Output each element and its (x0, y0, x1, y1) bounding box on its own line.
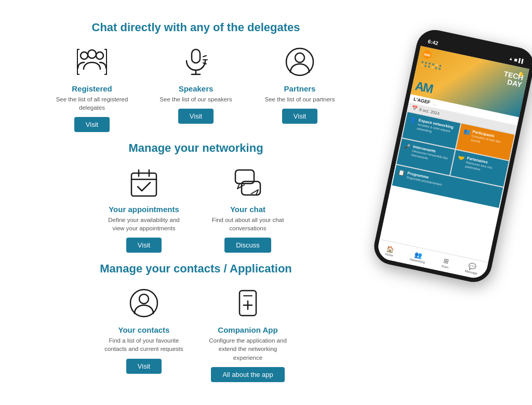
partners-title: Partners (284, 84, 316, 93)
tech-day-text: TECH DAY (502, 70, 524, 88)
registered-desc: See the list of all registered delegates (50, 95, 134, 112)
delegates-cards-row: Registered See the list of all registere… (26, 44, 366, 132)
companion-app-card: Companion App Configure the application … (206, 285, 289, 382)
programme-icon: 📋 (398, 169, 405, 176)
chat-card: Your chat Find out about all your chat c… (206, 164, 289, 253)
partenaires-icon: 🤝 (458, 154, 465, 161)
nav-scan[interactable]: ⊞ Scan (441, 257, 450, 269)
nav-home[interactable]: 🏠 Home (385, 245, 395, 257)
phone-screen: NW 🔔 (376, 46, 529, 280)
phone-time: 6:42 (428, 38, 439, 46)
participants-icon: 👥 (463, 128, 470, 135)
delegates-section-title: Chat directly with any of the delegates (26, 21, 366, 34)
partenaires-text: Partenaires Retrouvez tous nos partenair… (464, 155, 504, 176)
speakers-card: Speakers See the list of our speakers Vi… (154, 44, 237, 132)
your-contacts-card: Your contacts Find a list of your favour… (102, 285, 185, 382)
registered-visit-button[interactable]: Visit (74, 117, 110, 132)
networking-icon: 👤 (409, 116, 417, 123)
speakers-visit-button[interactable]: Visit (178, 109, 214, 124)
partners-card: Partners See the list of our partners Vi… (258, 44, 341, 132)
appointments-title: Your appointments (109, 205, 179, 214)
nav-message[interactable]: 💬 Message (464, 262, 479, 276)
intervenants-text: Intervenants Découvrez l'ensemble des in… (411, 144, 451, 165)
partners-visit-button[interactable]: Visit (282, 109, 317, 124)
svg-point-18 (139, 294, 149, 304)
networking-text: Espace networking Accédez à votre espace… (417, 117, 457, 138)
chat-desc: Find out about all your chat conversatio… (206, 216, 289, 232)
appointments-visit-button[interactable]: Visit (126, 238, 162, 253)
svg-rect-11 (131, 173, 156, 196)
app-banner-top: NW (422, 50, 432, 60)
registered-card: Registered See the list of all registere… (50, 44, 134, 132)
contacts-icon (126, 285, 162, 321)
companion-app-button[interactable]: All about the app (211, 367, 285, 382)
chat-discuss-button[interactable]: Discuss (224, 238, 271, 253)
speakers-title: Speakers (179, 84, 214, 93)
your-contacts-visit-button[interactable]: Visit (126, 359, 162, 374)
registered-title: Registered (72, 84, 112, 93)
nav-networking[interactable]: 👥 Networking (409, 250, 427, 264)
calendar-icon (126, 164, 162, 201)
appointments-desc: Define your availability and view your a… (102, 216, 185, 232)
svg-point-2 (88, 50, 96, 58)
contacts-section-title: Manage your contacts / Application (26, 262, 366, 276)
user-avatar: NW (422, 50, 432, 60)
appointments-card: Your appointments Define your availabili… (102, 164, 185, 253)
chat-title: Your chat (230, 205, 265, 214)
networking-section-title: Manage your networking (26, 141, 366, 155)
partners-icon (282, 44, 318, 80)
speakers-desc: See the list of our speakers (159, 95, 232, 103)
phone-status-icons: ▲ ◼ ▌▌ (509, 56, 525, 63)
companion-app-title: Companion App (218, 325, 277, 334)
message-nav-label: Message (464, 269, 477, 275)
svg-rect-3 (192, 49, 200, 63)
intervenants-icon: 🎤 (404, 143, 411, 150)
svg-line-6 (203, 56, 206, 57)
your-contacts-desc: Find a list of your favourite contacts a… (102, 336, 185, 353)
chat-icon (230, 164, 266, 201)
svg-point-1 (96, 52, 103, 59)
svg-line-8 (203, 63, 206, 64)
participants-text: Participants Consultez la liste des insc… (470, 129, 510, 150)
app-icon (230, 285, 266, 321)
svg-point-0 (81, 52, 88, 59)
networking-cards-row: Your appointments Define your availabili… (26, 164, 366, 253)
phone-mockup: 6:42 ▲ ◼ ▌▌ NW 🔔 (371, 27, 532, 285)
contacts-cards-row: Your contacts Find a list of your favour… (26, 285, 366, 382)
speaker-icon (178, 44, 214, 80)
your-contacts-title: Your contacts (118, 325, 170, 334)
scan-nav-icon: ⊞ (443, 257, 449, 265)
svg-point-10 (295, 53, 304, 62)
partners-desc: See the list of our partners (265, 95, 335, 103)
companion-app-desc: Configure the application and extend the… (206, 336, 289, 361)
app-bottom-nav: 🏠 Home 👥 Networking ⊞ Scan 💬 Message (376, 239, 488, 281)
phone-mockup-container: 6:42 ▲ ◼ ▌▌ NW 🔔 (387, 10, 532, 396)
people-icon (74, 44, 110, 80)
